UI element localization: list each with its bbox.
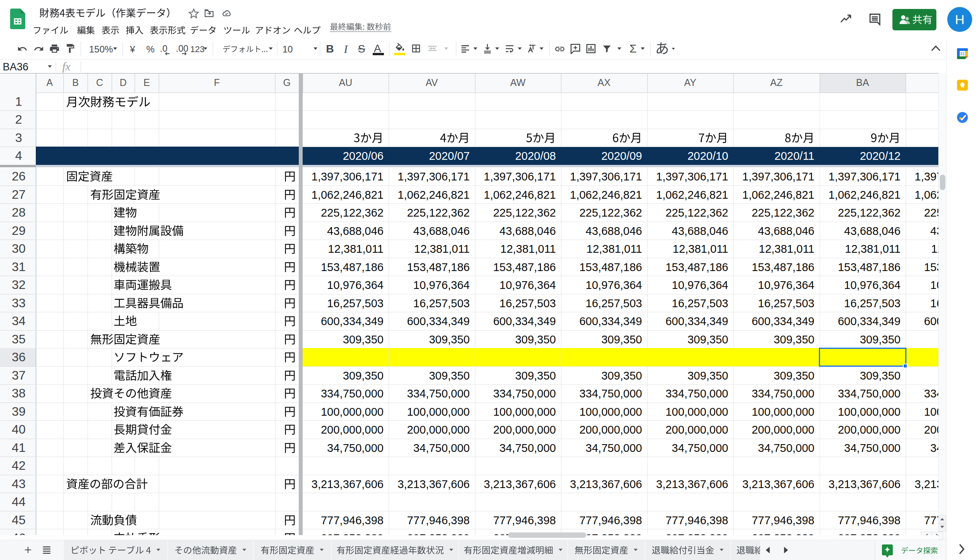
svg-text:31: 31: [960, 51, 965, 56]
